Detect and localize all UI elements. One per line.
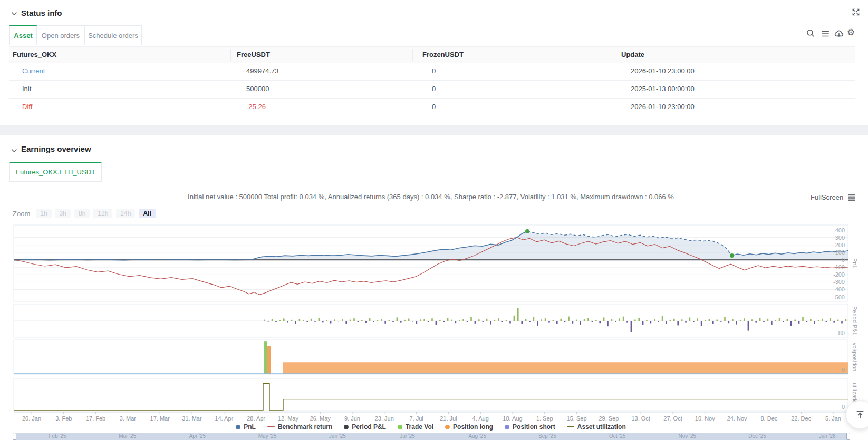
datazoom-month-feb-25: Feb '25 bbox=[49, 433, 66, 440]
svg-text:15. Sep: 15. Sep bbox=[567, 415, 587, 422]
datazoom-month-oct-25: Oct '25 bbox=[609, 433, 625, 440]
gear-icon[interactable]: ⚙ bbox=[847, 27, 857, 38]
svg-text:24. Nov: 24. Nov bbox=[727, 415, 747, 422]
cell-diff-name: Diff bbox=[22, 98, 32, 116]
table-row-diff: Diff-25.2602026-01-10 23:00:00 bbox=[9, 98, 855, 116]
position-long-block bbox=[283, 362, 848, 374]
legend-label: Trade Vol bbox=[406, 423, 433, 431]
svg-text:31. Mar: 31. Mar bbox=[182, 415, 202, 422]
column-header-frozenusdt: FrozenUSDT bbox=[422, 47, 464, 63]
svg-text:100: 100 bbox=[835, 249, 845, 256]
table-row-init: Init50000002025-01-13 00:00:00 bbox=[9, 80, 855, 99]
earnings-chart[interactable]: 4003002001000-100-200-300-400-500-800020… bbox=[0, 216, 868, 423]
svg-text:0: 0 bbox=[842, 257, 845, 263]
svg-text:22. Dec: 22. Dec bbox=[791, 415, 811, 422]
trade-vol-bar bbox=[264, 341, 267, 374]
datazoom-month-mar-25: Mar '25 bbox=[119, 433, 136, 440]
datazoom-month-may-25: May '25 bbox=[258, 433, 277, 440]
datazoom-month-sep-25: Sep '25 bbox=[538, 433, 556, 440]
back-to-top-icon bbox=[855, 410, 865, 419]
datazoom-slider[interactable]: Feb '25Mar '25Apr '25May '25Jun '25Jul '… bbox=[13, 433, 850, 440]
legend-item-pnl[interactable]: PnL bbox=[236, 423, 256, 431]
svg-text:3. Mar: 3. Mar bbox=[120, 415, 137, 422]
svg-text:13. Oct: 13. Oct bbox=[631, 415, 650, 422]
svg-text:1. Sep: 1. Sep bbox=[536, 415, 553, 422]
datazoom-month-jun-25: Jun '25 bbox=[329, 433, 346, 440]
svg-text:300: 300 bbox=[835, 234, 845, 241]
svg-text:4. Aug: 4. Aug bbox=[472, 415, 489, 422]
table-header: Futures_OKXFreeUSDTFrozenUSDTUpdate bbox=[9, 46, 855, 63]
status-info-title: Status info bbox=[21, 8, 62, 17]
cloud-download-icon[interactable] bbox=[834, 29, 844, 39]
panel-name-pnl: PnL bbox=[850, 225, 858, 301]
cell-init-update: 2025-01-13 00:00:00 bbox=[631, 80, 695, 98]
svg-text:23. Jun: 23. Jun bbox=[375, 415, 394, 422]
svg-text:8. Dec: 8. Dec bbox=[761, 415, 778, 422]
svg-text:0: 0 bbox=[842, 367, 845, 373]
datazoom-handle-left[interactable] bbox=[13, 433, 16, 440]
legend-label: Position short bbox=[513, 423, 555, 431]
legend-item-trade-vol[interactable]: Trade Vol bbox=[398, 423, 433, 431]
svg-text:29. Sep: 29. Sep bbox=[599, 415, 619, 422]
legend-label: Period P&L bbox=[352, 423, 386, 431]
legend-line-benchmark-return bbox=[267, 426, 275, 428]
legend-item-position-short[interactable]: Position short bbox=[505, 423, 555, 431]
legend-label: PnL bbox=[244, 423, 256, 431]
svg-text:26. May: 26. May bbox=[310, 415, 331, 422]
cell-diff-update: 2026-01-10 23:00:00 bbox=[631, 98, 695, 116]
svg-text:28. Apr: 28. Apr bbox=[247, 415, 265, 422]
expand-icon[interactable] bbox=[851, 7, 861, 17]
svg-text:-300: -300 bbox=[833, 279, 845, 285]
status-tab-open-orders[interactable]: Open orders bbox=[37, 25, 84, 45]
data-view-icon[interactable] bbox=[847, 194, 856, 201]
earnings-summary: Initial net value : 500000 Total profit:… bbox=[14, 193, 848, 201]
svg-text:9. Jun: 9. Jun bbox=[344, 415, 360, 422]
datazoom-month-jul-25: Jul '25 bbox=[400, 433, 415, 440]
legend-item-benchmark-return[interactable]: Benchmark return bbox=[267, 423, 332, 431]
column-header-update: Update bbox=[621, 47, 644, 63]
svg-text:5. Jan: 5. Jan bbox=[825, 415, 841, 422]
column-divider bbox=[412, 49, 413, 61]
svg-text:12. May: 12. May bbox=[278, 415, 299, 422]
collapse-chevron-icon[interactable] bbox=[11, 10, 18, 17]
datazoom-month-aug-25: Aug '25 bbox=[468, 433, 486, 440]
svg-text:-80: -80 bbox=[836, 330, 845, 336]
svg-text:18. Aug: 18. Aug bbox=[503, 415, 522, 422]
chart-legend: PnLBenchmark returnPeriod P&LTrade VolPo… bbox=[14, 422, 848, 432]
legend-item-period-p-l[interactable]: Period P&L bbox=[344, 423, 386, 431]
legend-item-asset-utilization[interactable]: Asset utilization bbox=[567, 423, 626, 431]
column-header-freeusdt: FreeUSDT bbox=[237, 47, 270, 63]
cell-current-update: 2026-01-10 23:00:00 bbox=[631, 62, 695, 80]
svg-text:17. Feb: 17. Feb bbox=[86, 415, 105, 422]
svg-text:-400: -400 bbox=[833, 286, 845, 292]
svg-text:0: 0 bbox=[842, 404, 845, 410]
cell-current-frozen: 0 bbox=[432, 62, 436, 80]
legend-dot-trade-vol bbox=[398, 425, 402, 429]
datazoom-month-nov-25: Nov '25 bbox=[679, 433, 697, 440]
menu-icon[interactable] bbox=[821, 29, 830, 38]
legend-item-position-long[interactable]: Position long bbox=[445, 423, 493, 431]
svg-text:3. Feb: 3. Feb bbox=[55, 415, 72, 422]
cell-init-name: Init bbox=[22, 80, 31, 98]
legend-label: Asset utilization bbox=[577, 423, 626, 431]
earnings-title: Earnings overview bbox=[21, 144, 91, 153]
collapse-chevron-icon[interactable] bbox=[11, 147, 18, 154]
current-link[interactable]: Current bbox=[22, 62, 45, 80]
datazoom-handle-right[interactable] bbox=[846, 433, 850, 440]
cell-diff-frozen: 0 bbox=[432, 98, 436, 116]
legend-dot-period-p-l bbox=[344, 425, 349, 429]
table-row-current: Current499974.7302026-01-10 23:00:00 bbox=[9, 62, 855, 81]
cell-init-frozen: 0 bbox=[432, 80, 436, 98]
search-icon[interactable] bbox=[806, 28, 815, 38]
datazoom-month-dec-25: Dec '25 bbox=[748, 433, 766, 440]
status-tab-schedule-orders[interactable]: Schedule orders bbox=[84, 25, 142, 45]
earnings-tab[interactable]: Futures_OKX.ETH_USDT bbox=[9, 162, 102, 182]
svg-text:21. Jul: 21. Jul bbox=[440, 415, 457, 422]
fullscreen-button[interactable]: FullScreen bbox=[811, 193, 856, 201]
status-tab-asset[interactable]: Asset bbox=[9, 25, 37, 45]
datazoom-month-apr-25: Apr '25 bbox=[189, 433, 206, 440]
svg-text:-100: -100 bbox=[833, 264, 845, 270]
x-axis: 20. Jan3. Feb17. Feb3. Mar17. Mar31. Mar… bbox=[14, 412, 848, 422]
svg-text:20. Jan: 20. Jan bbox=[22, 415, 41, 422]
panel-name-vol-position: vol/position bbox=[850, 340, 858, 374]
